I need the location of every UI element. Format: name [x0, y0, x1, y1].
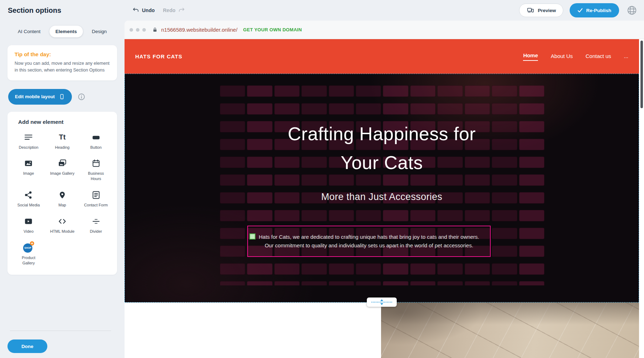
heading-icon: Tt — [59, 132, 66, 142]
brick — [383, 85, 408, 97]
brick — [410, 103, 436, 115]
brick — [301, 210, 327, 221]
element-button[interactable]: Button — [79, 132, 113, 150]
undo-button[interactable]: Undo — [132, 0, 155, 21]
element-drag-handle[interactable] — [249, 233, 255, 239]
brick — [519, 210, 544, 221]
brick — [274, 281, 300, 285]
tip-card: Tip of the day: Now you can add, move an… — [7, 45, 117, 80]
edit-mobile-layout-button[interactable]: Edit mobile layout — [8, 89, 72, 105]
brick — [356, 103, 381, 115]
element-product-gallery[interactable]: SHOP Product Gallery — [12, 243, 46, 266]
arrow-down-icon — [380, 303, 383, 305]
undo-icon — [132, 7, 139, 14]
next-section[interactable] — [125, 302, 639, 358]
product-gallery-icon: SHOP — [23, 243, 34, 253]
topbar: Section options Undo Redo Preview — [0, 0, 644, 21]
page-title: Section options — [8, 6, 61, 15]
tab-design[interactable]: Design — [86, 26, 113, 37]
hero-subheading[interactable]: More than Just Accessories — [125, 191, 639, 202]
site-logo[interactable]: HATS FOR CATS — [135, 53, 182, 59]
nav-about-us[interactable]: About Us — [551, 53, 573, 60]
brick — [329, 263, 354, 275]
preview-button[interactable]: Preview — [519, 4, 563, 17]
element-video[interactable]: Video — [12, 216, 46, 234]
element-divider[interactable]: Divider — [79, 216, 113, 234]
brick — [492, 103, 517, 115]
element-heading[interactable]: Tt Heading — [46, 132, 79, 150]
selected-text-element[interactable]: Hats for Cats, we are dedicated to craft… — [247, 226, 491, 257]
nav-more[interactable]: ... — [624, 53, 628, 60]
scrollbar-thumb[interactable] — [640, 41, 643, 108]
nav-home[interactable]: Home — [523, 52, 538, 61]
info-icon[interactable] — [78, 93, 85, 101]
brick — [383, 263, 408, 275]
dotted-line — [371, 302, 392, 302]
element-image[interactable]: Image — [12, 158, 46, 181]
brick — [410, 281, 436, 285]
site-header: HATS FOR CATS Home About Us Contact us .… — [125, 39, 639, 74]
description-icon — [24, 132, 33, 142]
element-map[interactable]: Map — [46, 190, 79, 208]
republish-button[interactable]: Re-Publish — [570, 3, 619, 17]
brick — [356, 281, 381, 285]
brick — [519, 85, 544, 97]
brick — [410, 210, 436, 221]
element-image-gallery[interactable]: Image Gallery — [46, 158, 79, 181]
brick — [437, 281, 463, 285]
brick — [301, 103, 327, 115]
arrow-up-icon — [380, 299, 383, 301]
stone-floor-image — [381, 302, 639, 358]
section-resize-handle[interactable] — [367, 298, 397, 307]
republish-label: Re-Publish — [586, 8, 611, 13]
brick — [519, 246, 544, 257]
brick — [274, 103, 300, 115]
page: Section options Undo Redo Preview — [0, 0, 644, 358]
sidebar-tabs: AI Content Elements Design — [7, 26, 117, 37]
brick — [492, 228, 517, 239]
brick — [492, 246, 517, 257]
brick — [247, 103, 272, 115]
nav-contact-us[interactable]: Contact us — [586, 53, 611, 60]
tab-ai-content[interactable]: AI Content — [12, 26, 47, 37]
brick — [220, 210, 245, 221]
brick — [247, 210, 272, 221]
undo-label: Undo — [142, 7, 155, 13]
html-code-icon — [58, 216, 67, 226]
brick — [220, 103, 245, 115]
brick — [247, 263, 272, 275]
window-dot — [142, 28, 146, 32]
redo-label: Redo — [163, 7, 175, 13]
done-button[interactable]: Done — [7, 339, 47, 353]
language-globe-button[interactable] — [625, 4, 638, 17]
element-grid: Description Tt Heading Button Ima — [12, 132, 113, 266]
hero-paragraph: Hats for Cats, we are dedicated to craft… — [259, 233, 479, 250]
element-contact-form[interactable]: Contact Form — [79, 190, 113, 208]
brick — [410, 263, 436, 275]
add-element-card: Add new element Description Tt Heading — [7, 112, 117, 275]
brick — [410, 85, 436, 97]
brick — [383, 281, 408, 285]
divider-icon — [91, 216, 101, 226]
mobile-layout-row: Edit mobile layout — [7, 89, 117, 105]
brick — [356, 263, 381, 275]
get-domain-link[interactable]: GET YOUR OWN DOMAIN — [243, 27, 302, 32]
brick — [437, 263, 463, 275]
brick — [437, 210, 463, 221]
element-business-hours[interactable]: Business Hours — [79, 158, 113, 181]
hero-section-selected[interactable]: Crafting Happiness for Your Cats More th… — [125, 74, 639, 302]
hero-heading[interactable]: Crafting Happiness for Your Cats — [125, 120, 639, 177]
redo-button[interactable]: Redo — [163, 0, 185, 21]
brick — [329, 85, 354, 97]
social-media-icon — [24, 190, 33, 200]
tab-elements[interactable]: Elements — [49, 26, 83, 37]
map-pin-icon — [58, 190, 67, 200]
element-html-module[interactable]: HTML Module — [46, 216, 79, 234]
element-description[interactable]: Description — [12, 132, 46, 150]
brick — [274, 85, 300, 97]
brick — [519, 263, 544, 275]
tip-title: Tip of the day: — [15, 51, 110, 57]
brick — [356, 210, 381, 221]
element-social-media[interactable]: Social Media — [12, 190, 46, 208]
brick — [220, 85, 245, 97]
